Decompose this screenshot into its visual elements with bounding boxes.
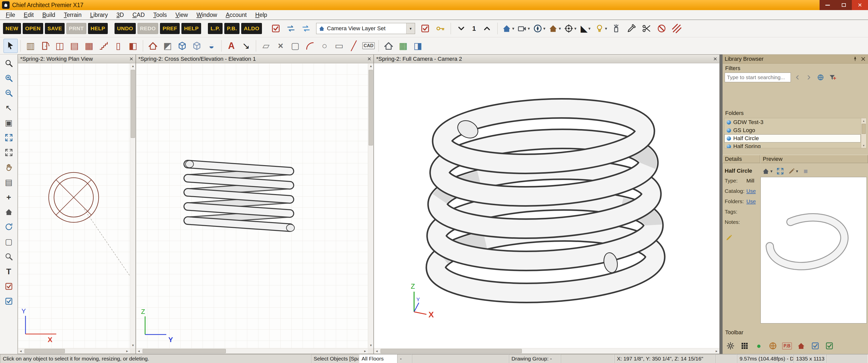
menu-3d[interactable]: 3D: [112, 10, 128, 20]
lighting-icon[interactable]: ▾: [594, 22, 608, 36]
previous-zoom-icon[interactable]: ↖: [2, 102, 15, 114]
base-cabinet-icon[interactable]: ▤: [67, 39, 82, 53]
import-layer-settings-icon[interactable]: [284, 22, 298, 36]
camera-horizontal-scrollbar[interactable]: ◄ ►: [374, 348, 719, 354]
layout-panel-icon[interactable]: ◨: [411, 39, 425, 53]
zoom-region-icon[interactable]: ▣: [2, 117, 15, 129]
preview-display-icon-dropdown-arrow[interactable]: ▾: [770, 169, 773, 174]
scrollbar-thumb[interactable]: [25, 349, 65, 353]
elevation-horizontal-scrollbar[interactable]: ◄ ►: [136, 348, 368, 354]
plan-view-close-button[interactable]: [127, 56, 135, 63]
display-options-icon[interactable]: [269, 22, 283, 36]
folder-item-gs-logo[interactable]: GS Logo: [724, 126, 861, 134]
render-camera-icon-dropdown-arrow[interactable]: ▾: [528, 26, 530, 31]
undo-button[interactable]: UNDO: [115, 23, 136, 34]
folders-scrollbar[interactable]: ▲ ▼: [861, 118, 866, 148]
scroll-up-icon[interactable]: ▲: [861, 118, 866, 123]
library-panel-header[interactable]: Library Browser: [723, 55, 868, 64]
solid-tools-icon[interactable]: [175, 39, 189, 53]
menu-account[interactable]: Account: [221, 10, 251, 20]
folder-item-half-spring[interactable]: Half Spring: [724, 142, 861, 148]
layer-set-dropdown-arrow[interactable]: ▾: [406, 23, 415, 34]
camera-close-button[interactable]: [711, 56, 719, 63]
detail-value[interactable]: Use: [746, 198, 756, 204]
elevation-canvas[interactable]: Z Y: [136, 63, 368, 348]
leader-line-icon[interactable]: ↘: [239, 39, 253, 53]
rect-polyline-icon[interactable]: ▭: [332, 39, 346, 53]
eyedropper-icon[interactable]: [624, 22, 639, 36]
cad-box-icon[interactable]: ▢: [288, 39, 302, 53]
plan-bonus-icon[interactable]: P.B: [781, 339, 793, 352]
navigation-icon-dropdown-arrow[interactable]: ▾: [543, 26, 546, 31]
preview-material-icon[interactable]: ■: [800, 166, 811, 177]
terrain-tools-icon[interactable]: ◒: [205, 39, 218, 53]
pb-button[interactable]: P.B.: [224, 23, 240, 34]
scroll-right-icon[interactable]: ►: [362, 349, 368, 354]
search-next-button[interactable]: [804, 72, 814, 82]
focus-object-icon-dropdown-arrow[interactable]: ▾: [574, 26, 577, 31]
status-floor-selector[interactable]: All Floors: [359, 354, 397, 363]
preview-edit-icon-dropdown-arrow[interactable]: ▾: [796, 169, 798, 174]
polyline-solid-icon[interactable]: [190, 39, 204, 53]
scroll-down-icon[interactable]: ▼: [368, 342, 374, 348]
menu-help[interactable]: Help: [251, 10, 272, 20]
furniture-tools-icon[interactable]: ◧: [126, 39, 140, 53]
point-marker-icon[interactable]: ×: [274, 39, 288, 53]
delete-object-icon[interactable]: [654, 22, 669, 36]
scroll-right-icon[interactable]: ►: [124, 349, 130, 354]
close-button[interactable]: ×: [852, 0, 868, 10]
scrollbar-thumb[interactable]: [131, 70, 135, 138]
preview-pane[interactable]: [761, 177, 867, 323]
scrollbar-thumb[interactable]: [369, 70, 373, 145]
preview-fill-icon[interactable]: [775, 166, 786, 177]
focus-object-icon[interactable]: ▾: [563, 22, 578, 36]
color-toggle-icon[interactable]: ▢: [2, 235, 15, 248]
menu-cad[interactable]: CAD: [128, 10, 149, 20]
select-objects-button[interactable]: [3, 39, 18, 53]
fill-window-icon[interactable]: [2, 131, 15, 144]
fill-building-icon[interactable]: [2, 146, 15, 159]
zoom-out-icon[interactable]: [2, 87, 15, 99]
pan-window-icon[interactable]: [2, 161, 15, 174]
maximize-button[interactable]: [836, 0, 852, 10]
camera-titlebar[interactable]: *Spring-2: Full Camera - Camera 2: [374, 55, 719, 63]
library-search-input[interactable]: [725, 73, 791, 82]
menu-library[interactable]: Library: [86, 10, 112, 20]
zoom-tool-icon[interactable]: [2, 57, 15, 70]
render-camera-icon[interactable]: ▾: [516, 22, 531, 36]
core-catalogs-icon[interactable]: [767, 339, 779, 352]
browse-library-icon[interactable]: [815, 72, 826, 82]
cad-detail-button[interactable]: CAD: [361, 39, 376, 53]
scroll-down-icon[interactable]: ▼: [130, 342, 136, 348]
prnt-button[interactable]: PRNT: [66, 23, 86, 34]
refresh-display-icon[interactable]: [2, 221, 15, 233]
elevation-titlebar[interactable]: *Spring-2: Cross Section/Elevation - Ele…: [136, 55, 373, 63]
library-search-icon[interactable]: [2, 250, 15, 263]
pin-icon[interactable]: [852, 56, 858, 62]
scrollbar-thumb[interactable]: [380, 349, 522, 353]
scroll-left-icon[interactable]: ◄: [136, 349, 142, 354]
help-button[interactable]: HELP: [88, 23, 108, 34]
home-view-icon[interactable]: ▾: [547, 22, 562, 36]
redo-button[interactable]: REDO: [137, 23, 158, 34]
save-button[interactable]: SAVE: [45, 23, 65, 34]
catalog-browser-icon[interactable]: [738, 339, 751, 352]
ceiling-plane-icon[interactable]: ◩: [160, 39, 175, 53]
adjust-lights-icon[interactable]: [609, 22, 623, 36]
layer-set-dropdown[interactable]: Camera View Layer Set ▾: [316, 23, 415, 34]
minimize-button[interactable]: [819, 0, 836, 10]
search-previous-button[interactable]: [792, 72, 802, 82]
scroll-down-icon[interactable]: ▼: [861, 143, 866, 148]
preview-display-icon[interactable]: ▾: [761, 166, 774, 177]
circle-tools-icon[interactable]: ○: [317, 39, 332, 53]
navigation-icon[interactable]: ▾: [532, 22, 547, 36]
aldo-button[interactable]: ALDO: [241, 23, 262, 34]
active-layer-key-icon[interactable]: [433, 22, 447, 36]
camera-view-icon[interactable]: ▾: [501, 22, 516, 36]
scroll-left-icon[interactable]: ◄: [374, 349, 379, 354]
wall-elevation-icon[interactable]: [381, 39, 396, 53]
folder-item-half-circle[interactable]: Half Circle: [724, 134, 861, 142]
detail-value[interactable]: Use: [746, 188, 756, 194]
scroll-up-icon[interactable]: ▲: [130, 63, 136, 69]
wall-tools-icon[interactable]: ▥: [24, 39, 38, 53]
